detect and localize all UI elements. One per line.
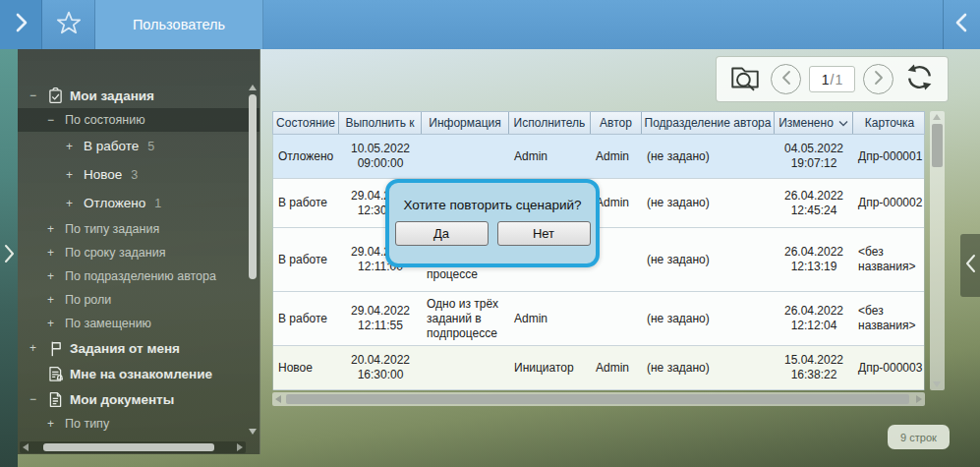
- table-column-header[interactable]: Карточка: [853, 112, 926, 134]
- expand-icon[interactable]: +: [29, 341, 47, 355]
- scrollbar-thumb[interactable]: [286, 394, 909, 404]
- folder-search-icon: [728, 61, 762, 98]
- left-flyout-strip: [0, 49, 18, 467]
- sidebar-vertical-scrollbar[interactable]: [248, 85, 258, 435]
- expand-icon[interactable]: +: [47, 417, 65, 431]
- document-icon: [47, 391, 70, 408]
- collapse-icon[interactable]: −: [29, 392, 47, 406]
- sidebar-item[interactable]: Мне на ознакомление: [18, 361, 259, 386]
- table-cell: Admin: [509, 135, 591, 178]
- sidebar-item-label: По типу: [65, 417, 109, 431]
- table-column-header[interactable]: Выполнить к: [339, 112, 422, 134]
- sidebar-item[interactable]: +По сроку задания: [18, 241, 259, 264]
- no-button[interactable]: Нет: [497, 221, 591, 246]
- refresh-button[interactable]: [901, 62, 937, 97]
- table-row[interactable]: В работе29.04.2022 12:11:55Одно из трёх …: [273, 292, 924, 346]
- sidebar-item-label: По типу задания: [65, 222, 159, 236]
- confirm-dialog: Хотите повторить сценарий? Да Нет: [385, 179, 600, 267]
- collapse-panel-button[interactable]: [943, 0, 980, 49]
- sidebar-item-label: Мне на ознакомление: [70, 367, 212, 381]
- left-flyout-handle[interactable]: [0, 241, 18, 270]
- table-row[interactable]: Новое20.04.2022 16:30:00ИнициаторAdmin(н…: [273, 346, 924, 390]
- sidebar-item[interactable]: −По состоянию: [18, 108, 259, 132]
- expand-icon[interactable]: +: [66, 197, 84, 210]
- expand-icon[interactable]: +: [47, 222, 65, 236]
- scroll-right-arrow-icon[interactable]: [237, 443, 243, 451]
- sidebar-item[interactable]: +По подразделению автора: [18, 264, 259, 288]
- scroll-down-arrow-icon[interactable]: [249, 429, 257, 435]
- sidebar-item[interactable]: +Новое3: [18, 160, 259, 189]
- favorites-button[interactable]: [42, 0, 95, 49]
- sidebar-horizontal-scrollbar[interactable]: [20, 441, 246, 453]
- expand-icon[interactable]: +: [47, 246, 65, 260]
- column-header-label: Состояние: [276, 116, 335, 130]
- search-folder-button[interactable]: [727, 62, 763, 97]
- sidebar-item-label: По подразделению автора: [65, 269, 216, 283]
- expand-icon[interactable]: +: [47, 269, 65, 283]
- expand-menu-button[interactable]: [0, 0, 42, 49]
- right-flyout-handle[interactable]: [960, 234, 980, 297]
- scroll-left-arrow-icon[interactable]: [23, 443, 29, 451]
- flag-icon: [47, 340, 70, 357]
- sidebar-item[interactable]: +Отложено1: [18, 189, 259, 217]
- sidebar-item-label: Отложено: [84, 196, 145, 210]
- tab-user[interactable]: Пользователь: [95, 0, 263, 49]
- item-count: 1: [154, 197, 161, 210]
- table-cell: Admin: [591, 346, 642, 389]
- chevron-left-icon: [954, 12, 969, 37]
- table-column-header[interactable]: Подразделение автора: [642, 112, 775, 134]
- document-review-icon: [47, 366, 70, 382]
- table-cell: Дпр-000001: [853, 135, 926, 178]
- collapse-icon[interactable]: −: [47, 113, 65, 127]
- next-page-button[interactable]: [863, 64, 894, 94]
- table-cell: 15.04.2022 16:38:22: [775, 346, 853, 389]
- sidebar-item[interactable]: +Задания от меня: [18, 335, 259, 361]
- scroll-up-arrow-icon[interactable]: [933, 114, 941, 120]
- scrollbar-thumb[interactable]: [932, 124, 943, 167]
- scrollbar-thumb[interactable]: [43, 443, 214, 451]
- sidebar-item-label: По сроку задания: [65, 246, 165, 260]
- table-column-header[interactable]: Информация: [422, 112, 509, 134]
- sidebar-item[interactable]: +По типу: [18, 412, 259, 436]
- table-cell: (не задано): [642, 135, 775, 178]
- column-header-label: Изменено: [778, 116, 834, 130]
- collapse-icon[interactable]: −: [29, 88, 47, 102]
- table-cell: (не задано): [642, 346, 775, 389]
- table-cell: (не задано): [642, 179, 775, 227]
- navigation-sidebar: −Мои задания−По состоянию+В работе5+Ново…: [18, 49, 260, 454]
- scroll-up-arrow-icon[interactable]: [249, 85, 257, 90]
- table-cell: 26.04.2022 12:13:19: [775, 228, 853, 291]
- sidebar-item[interactable]: −Мои документы: [18, 386, 259, 412]
- sidebar-item[interactable]: −Мои задания: [18, 83, 259, 108]
- item-count: 3: [131, 168, 138, 182]
- sort-chevron-down-icon: [838, 120, 848, 127]
- table-column-header[interactable]: Автор: [591, 112, 642, 134]
- expand-icon[interactable]: +: [47, 293, 65, 307]
- expand-icon[interactable]: +: [66, 140, 84, 153]
- app-window: Пользователь −Мои задания−По состоянию+В…: [0, 0, 980, 467]
- table-cell: 10.05.2022 09:00:00: [339, 135, 422, 178]
- sidebar-item[interactable]: +По роли: [18, 288, 259, 312]
- table-column-header[interactable]: Состояние: [273, 112, 339, 134]
- sidebar-item[interactable]: +В работе5: [18, 132, 259, 160]
- expand-icon[interactable]: +: [47, 317, 65, 330]
- scroll-left-arrow-icon[interactable]: [275, 395, 281, 403]
- table-vertical-scrollbar[interactable]: [930, 111, 945, 390]
- sidebar-item[interactable]: +По замещению: [18, 312, 259, 335]
- column-header-label: Карточка: [865, 116, 914, 130]
- prev-page-button[interactable]: [771, 64, 801, 94]
- page-indicator[interactable]: 1/1: [809, 66, 855, 92]
- sidebar-tree: −Мои задания−По состоянию+В работе5+Ново…: [18, 49, 259, 441]
- scroll-right-arrow-icon[interactable]: [916, 395, 922, 403]
- sidebar-item[interactable]: +По типу задания: [18, 217, 259, 241]
- table-horizontal-scrollbar[interactable]: [272, 392, 925, 406]
- table-column-header[interactable]: Исполнитель: [509, 112, 591, 134]
- table-cell: Admin: [509, 292, 591, 345]
- table-column-header[interactable]: Изменено: [775, 112, 853, 134]
- expand-icon[interactable]: +: [66, 168, 84, 182]
- table-cell: 26.04.2022 12:45:24: [775, 179, 853, 227]
- scrollbar-thumb[interactable]: [249, 94, 257, 279]
- scroll-down-arrow-icon[interactable]: [933, 381, 941, 387]
- yes-button[interactable]: Да: [395, 221, 489, 246]
- table-row[interactable]: Отложено10.05.2022 09:00:00AdminAdmin(не…: [273, 135, 924, 179]
